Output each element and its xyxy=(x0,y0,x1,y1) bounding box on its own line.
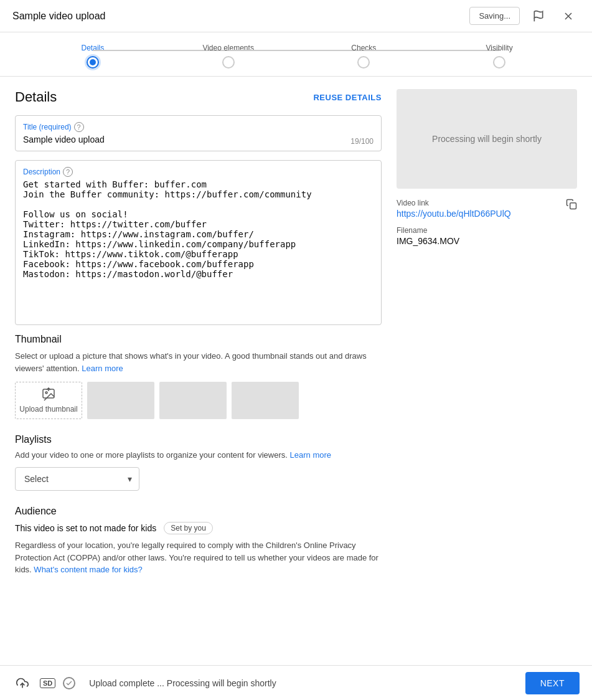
reuse-details-button[interactable]: REUSE DETAILS xyxy=(313,93,382,102)
video-link-url[interactable]: https://youtu.be/qHltD66PUlQ xyxy=(397,209,511,219)
filename-label: Filename xyxy=(397,226,577,235)
thumbnail-grid: Upload thumbnail xyxy=(15,382,382,419)
description-field-container: Description ? xyxy=(15,160,382,325)
svg-point-4 xyxy=(45,392,47,394)
footer-status: Upload complete ... Processing will begi… xyxy=(89,678,516,688)
thumbnail-desc: Select or upload a picture that shows wh… xyxy=(15,350,382,374)
flag-icon xyxy=(532,10,545,22)
audience-status-row: This video is set to not made for kids S… xyxy=(15,522,382,534)
audience-description: Regardless of your location, you're lega… xyxy=(15,539,382,576)
close-icon xyxy=(562,10,575,22)
step-visibility-circle xyxy=(493,56,505,69)
step-video-elements-label: Video elements xyxy=(202,44,254,52)
video-link-info: Video link https://youtu.be/qHltD66PUlQ xyxy=(397,199,511,219)
playlists-select-wrapper: Select Playlist 1 Playlist 2 xyxy=(15,467,139,491)
copy-icon xyxy=(566,199,577,210)
thumbnail-section: Thumbnail Select or upload a picture tha… xyxy=(15,334,382,419)
section-title: Details xyxy=(15,89,57,105)
step-visibility-label: Visibility xyxy=(486,44,513,52)
step-video-elements[interactable]: Video elements xyxy=(161,44,296,69)
description-textarea[interactable] xyxy=(23,179,374,316)
playlists-learn-more-link[interactable]: Learn more xyxy=(290,450,331,460)
header-actions: Saving... xyxy=(469,5,580,27)
playlists-title: Playlists xyxy=(15,434,382,445)
title-char-count: 19/100 xyxy=(350,137,374,146)
flag-button[interactable] xyxy=(527,5,550,27)
preview-text: Processing will begin shortly xyxy=(432,134,542,144)
thumbnail-frame-3[interactable] xyxy=(232,382,299,419)
step-checks-circle xyxy=(357,56,370,69)
header-title: Sample video upload xyxy=(12,11,105,22)
svg-rect-6 xyxy=(570,203,576,209)
audience-section: Audience This video is set to not made f… xyxy=(15,506,382,576)
upload-icon-button[interactable] xyxy=(12,673,32,693)
saving-button[interactable]: Saving... xyxy=(469,7,520,25)
copy-link-button[interactable] xyxy=(566,199,577,212)
footer: SD Upload complete ... Processing will b… xyxy=(0,665,592,700)
footer-icons: SD xyxy=(12,673,75,693)
audience-title: Audience xyxy=(15,506,382,517)
step-checks[interactable]: Checks xyxy=(296,44,432,69)
thumbnail-learn-more-link[interactable]: Learn more xyxy=(82,364,123,373)
left-panel: Details REUSE DETAILS Title (required) ?… xyxy=(15,89,382,647)
step-details-circle xyxy=(87,56,99,69)
sd-badge: SD xyxy=(40,678,55,688)
header: Sample video upload Saving... xyxy=(0,0,592,32)
title-field-label: Title (required) ? xyxy=(23,122,374,132)
step-video-elements-circle xyxy=(222,56,235,69)
playlists-desc: Add your video to one or more playlists … xyxy=(15,450,382,460)
preview-box: Processing will begin shortly xyxy=(397,89,577,189)
title-field-container: Title (required) ? 19/100 xyxy=(15,115,382,151)
step-visibility[interactable]: Visibility xyxy=(431,44,567,69)
filename-value: IMG_9634.MOV xyxy=(397,236,577,246)
set-by-badge: Set by you xyxy=(164,522,213,534)
check-circle xyxy=(63,677,75,689)
right-panel: Processing will begin shortly Video link… xyxy=(397,89,577,647)
description-field-label: Description ? xyxy=(23,167,374,177)
step-details-label: Details xyxy=(82,44,105,52)
thumbnail-frame-2[interactable] xyxy=(159,382,227,419)
thumbnail-frame-1[interactable] xyxy=(87,382,154,419)
playlists-select[interactable]: Select Playlist 1 Playlist 2 xyxy=(15,467,139,491)
next-button[interactable]: NEXT xyxy=(525,672,580,694)
step-details[interactable]: Details xyxy=(25,44,161,69)
upload-thumbnail-icon xyxy=(41,387,56,402)
audience-status-text: This video is set to not made for kids xyxy=(15,523,156,533)
video-link-label: Video link xyxy=(397,199,511,207)
title-input[interactable] xyxy=(23,135,374,144)
main-content: Details REUSE DETAILS Title (required) ?… xyxy=(0,77,592,660)
check-icon xyxy=(65,679,73,687)
video-link-row: Video link https://youtu.be/qHltD66PUlQ xyxy=(397,199,577,219)
thumbnail-title: Thumbnail xyxy=(15,334,382,345)
description-help-icon[interactable]: ? xyxy=(63,167,73,177)
filename-row: Filename IMG_9634.MOV xyxy=(397,226,577,246)
upload-thumbnail-button[interactable]: Upload thumbnail xyxy=(15,382,82,419)
audience-link[interactable]: What's content made for kids? xyxy=(34,565,142,574)
section-header: Details REUSE DETAILS xyxy=(15,89,382,105)
upload-icon xyxy=(16,677,29,689)
step-checks-label: Checks xyxy=(351,44,376,52)
stepper: Details Video elements Checks Visibility xyxy=(0,32,592,77)
close-button[interactable] xyxy=(557,5,580,27)
title-help-icon[interactable]: ? xyxy=(74,122,84,132)
playlists-section: Playlists Add your video to one or more … xyxy=(15,434,382,491)
